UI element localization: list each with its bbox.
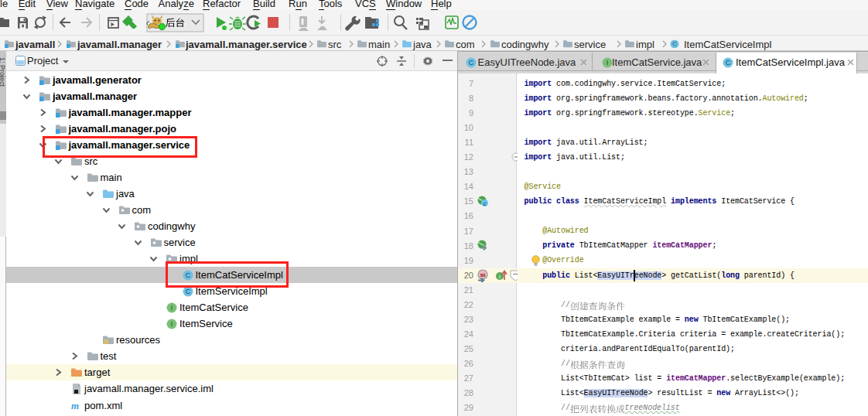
svg-text:m: m <box>480 271 486 278</box>
svg-text:m: m <box>71 401 79 411</box>
svg-text:I: I <box>171 320 173 328</box>
svg-text:C: C <box>185 288 190 295</box>
svg-text:c: c <box>484 201 487 206</box>
svg-text:C: C <box>672 40 677 47</box>
svg-text:I: I <box>607 59 609 66</box>
svg-text:I: I <box>171 304 173 312</box>
svg-text:C: C <box>469 59 474 66</box>
svg-text:C: C <box>726 59 731 66</box>
svg-text:1: Project: 1: Project <box>0 57 6 87</box>
